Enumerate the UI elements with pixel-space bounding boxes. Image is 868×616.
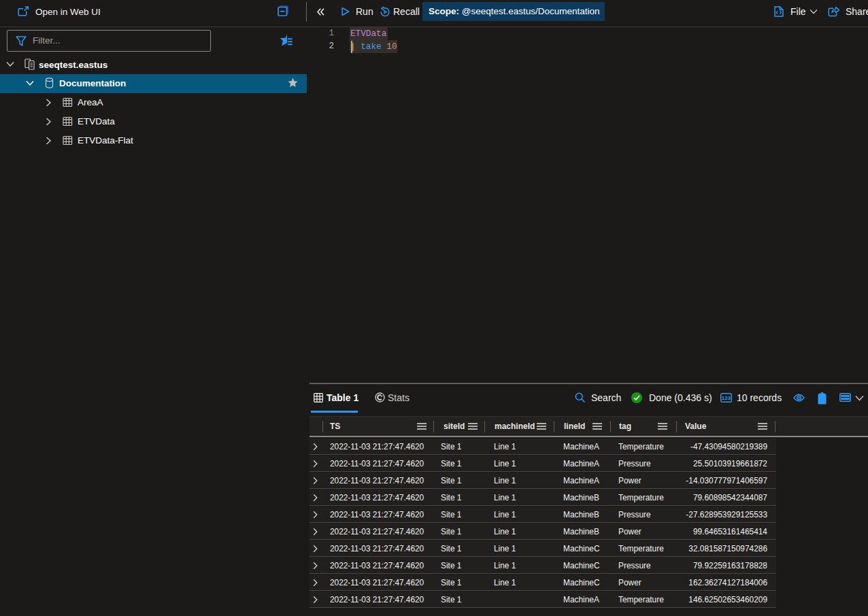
svg-text:123: 123 bbox=[722, 395, 731, 401]
